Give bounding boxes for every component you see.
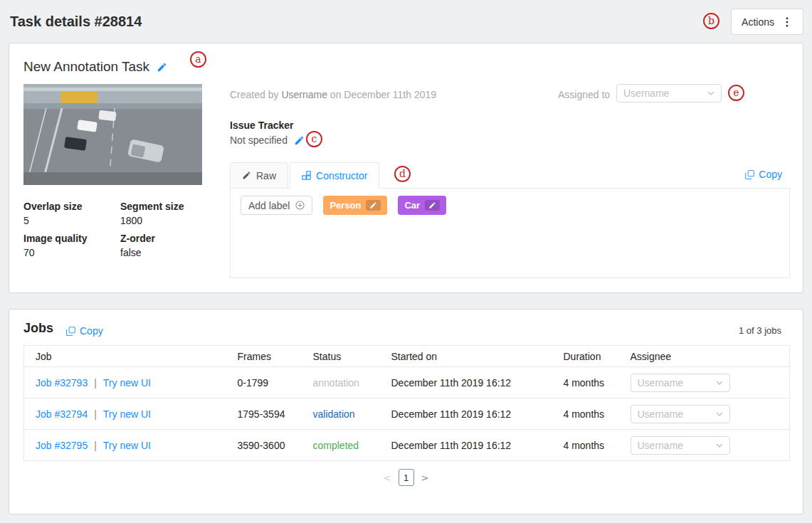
more-icon: ⋮ (781, 16, 793, 28)
created-username: Username (281, 89, 327, 100)
job-link[interactable]: Job #32793 (36, 377, 88, 389)
edit-label-icon[interactable] (366, 200, 381, 211)
param-label: Segment size (120, 201, 199, 212)
edit-label-icon[interactable] (425, 200, 440, 211)
param-label: Z-order (120, 233, 199, 244)
copy-icon (66, 327, 75, 336)
tab-raw-label: Raw (256, 170, 276, 181)
callout-d: d (394, 166, 411, 182)
edit-issue-tracker-icon[interactable] (294, 135, 305, 146)
add-label-button-text: Add label (248, 200, 290, 211)
duration-value: 4 months (564, 408, 605, 420)
tab-constructor-label: Constructor (316, 170, 367, 181)
status-badge: completed (313, 440, 359, 451)
param-value: 70 (23, 247, 120, 258)
copy-icon (745, 170, 754, 179)
pagination-prev-button[interactable]: < (384, 472, 391, 483)
label-tag-person[interactable]: Person (323, 196, 387, 215)
jobs-title: Jobs (23, 321, 53, 336)
pagination-next-button[interactable]: > (421, 472, 429, 483)
param-label: Image quality (23, 233, 120, 244)
callout-e: e (728, 85, 744, 101)
param-value: false (120, 247, 199, 258)
chevron-down-icon (716, 381, 723, 385)
table-row: Job #32793 | Try new UI 0-1799 annotatio… (24, 367, 790, 398)
param-segment-size: Segment size 1800 (120, 201, 199, 226)
job-link[interactable]: Job #32795 (36, 440, 88, 451)
frames-value: 3590-3600 (238, 440, 285, 451)
column-header-frames: Frames (226, 346, 302, 367)
param-value: 1800 (120, 215, 199, 226)
jobs-table: Job Frames Status Started on Duration As… (23, 345, 790, 461)
plus-circle-icon (295, 201, 305, 210)
try-new-ui-link[interactable]: Try new UI (103, 408, 151, 420)
chevron-down-icon (707, 91, 715, 95)
actions-button[interactable]: Actions ⋮ (731, 9, 803, 35)
separator: | (94, 377, 97, 389)
created-prefix: Created by (230, 89, 278, 100)
column-header-duration: Duration (552, 346, 619, 367)
callout-b: b (703, 13, 719, 29)
try-new-ui-link[interactable]: Try new UI (103, 377, 151, 389)
separator: | (94, 408, 97, 420)
task-copy-link[interactable]: Copy (745, 169, 782, 180)
job-assignee-select[interactable]: Username (631, 374, 730, 392)
callout-c: c (306, 131, 322, 147)
param-image-quality: Image quality 70 (23, 233, 120, 258)
try-new-ui-link[interactable]: Try new UI (103, 440, 151, 451)
param-label: Overlap size (23, 201, 120, 212)
task-parameters: Overlap size 5 Segment size 1800 Image q… (23, 201, 199, 258)
job-assignee-select[interactable]: Username (631, 405, 730, 423)
jobs-copy-label: Copy (80, 325, 103, 337)
pencil-icon (242, 171, 251, 180)
label-tag-name: Car (404, 200, 420, 211)
started-value: December 11th 2019 16:12 (391, 377, 512, 389)
jobs-pagination: < 1 > (9, 469, 803, 486)
issue-tracker-value: Not specified (230, 134, 288, 146)
job-assignee-value: Username (638, 440, 684, 451)
column-header-assignee: Assignee (619, 346, 790, 367)
build-icon (302, 171, 311, 180)
status-badge: annotation (313, 377, 359, 389)
param-value: 5 (23, 215, 120, 226)
tab-constructor[interactable]: Constructor (290, 162, 379, 189)
column-header-status: Status (302, 346, 380, 367)
callout-a: a (190, 51, 206, 68)
label-tag-car[interactable]: Car (398, 196, 446, 215)
param-z-order: Z-order false (120, 233, 199, 258)
created-info: Created by Username on December 11th 201… (230, 89, 436, 100)
assigned-to-label: Assigned to (558, 89, 610, 100)
table-header-row: Job Frames Status Started on Duration As… (24, 346, 790, 367)
page-title: Task details #28814 (10, 14, 142, 30)
column-header-job: Job (24, 346, 226, 367)
task-name: New Annotation Task (23, 59, 149, 75)
task-assignee-value: Username (623, 88, 670, 99)
labels-tabbar: Raw Constructor (230, 162, 381, 189)
task-preview-image (23, 84, 202, 185)
chevron-down-icon (716, 412, 723, 416)
started-value: December 11th 2019 16:12 (391, 440, 512, 451)
duration-value: 4 months (564, 440, 605, 451)
param-overlap-size: Overlap size 5 (23, 201, 120, 226)
street-scene-illustration (23, 84, 202, 185)
started-value: December 11th 2019 16:12 (391, 408, 512, 420)
job-assignee-value: Username (638, 377, 684, 389)
frames-value: 1795-3594 (238, 408, 285, 420)
job-assignee-select[interactable]: Username (631, 436, 730, 455)
jobs-count: 1 of 3 jobs (739, 325, 781, 336)
jobs-copy-link[interactable]: Copy (66, 325, 103, 337)
task-details-card: New Annotation Task a (9, 43, 803, 293)
edit-task-name-icon[interactable] (157, 62, 167, 73)
separator: | (94, 440, 97, 451)
add-label-button[interactable]: Add label (241, 196, 312, 215)
task-assignee-select[interactable]: Username (616, 84, 722, 102)
created-suffix: on December 11th 2019 (330, 89, 436, 100)
jobs-card: Jobs Copy 1 of 3 jobs Job Frames Status … (9, 309, 803, 514)
tab-raw[interactable]: Raw (230, 162, 288, 189)
pagination-page-1[interactable]: 1 (399, 469, 414, 486)
chevron-down-icon (716, 443, 723, 448)
table-row: Job #32795 | Try new UI 3590-3600 comple… (24, 430, 790, 461)
job-link[interactable]: Job #32794 (36, 408, 88, 420)
status-badge: validation (313, 408, 355, 420)
labels-constructor-panel: Add label Person Car (230, 188, 790, 278)
